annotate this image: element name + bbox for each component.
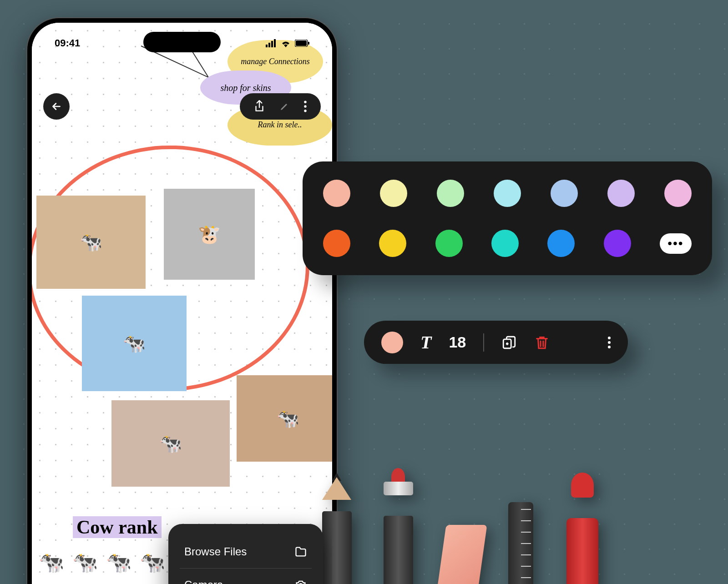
share-button[interactable] bbox=[253, 100, 265, 113]
more-vertical-icon bbox=[303, 101, 307, 112]
canvas-image-4[interactable]: 🐄 bbox=[237, 375, 332, 462]
doodle-icon: 🐄 bbox=[39, 550, 64, 574]
edit-button[interactable] bbox=[279, 101, 290, 112]
color-swatch[interactable] bbox=[607, 180, 635, 207]
more-options-button[interactable] bbox=[608, 337, 611, 348]
more-button[interactable] bbox=[303, 101, 307, 112]
camera-icon bbox=[294, 579, 307, 584]
signal-icon bbox=[266, 39, 277, 47]
delete-button[interactable] bbox=[534, 335, 550, 350]
share-icon bbox=[253, 100, 265, 113]
color-swatch[interactable] bbox=[604, 230, 631, 257]
menu-item-browse-files[interactable]: Browse Files bbox=[168, 535, 323, 568]
svg-point-9 bbox=[304, 110, 306, 112]
eraser-tool[interactable] bbox=[441, 493, 478, 584]
drawing-tools-tray bbox=[318, 493, 601, 584]
menu-item-label: Browse Files bbox=[184, 545, 247, 558]
menu-item-camera[interactable]: Camera bbox=[168, 569, 323, 584]
phone-frame: manage Connections shop for skins Rank i… bbox=[27, 18, 337, 584]
trash-icon bbox=[534, 335, 550, 350]
svg-rect-2 bbox=[271, 41, 273, 47]
svg-rect-5 bbox=[296, 40, 307, 46]
doodle-icon: 🐄 bbox=[72, 550, 98, 574]
color-swatch[interactable] bbox=[323, 230, 350, 257]
phone-notch bbox=[143, 32, 221, 52]
crayon-tool[interactable] bbox=[564, 493, 601, 584]
text-style-button[interactable]: T bbox=[420, 332, 431, 353]
color-swatch[interactable] bbox=[664, 180, 692, 207]
copy-plus-icon bbox=[501, 335, 517, 350]
svg-rect-6 bbox=[308, 42, 309, 45]
color-swatch[interactable] bbox=[491, 230, 519, 257]
color-picker-button[interactable] bbox=[381, 332, 403, 353]
color-swatch[interactable] bbox=[380, 180, 407, 207]
svg-point-8 bbox=[304, 105, 306, 107]
ruler-tool[interactable] bbox=[503, 493, 539, 584]
insert-file-menu: Browse Files Camera Photos bbox=[168, 524, 323, 584]
color-swatch[interactable] bbox=[437, 180, 464, 207]
canvas-top-toolbar bbox=[240, 93, 321, 120]
svg-rect-3 bbox=[274, 39, 276, 47]
canvas-image-5[interactable]: 🐄 bbox=[111, 400, 230, 487]
more-colors-button[interactable]: ••• bbox=[660, 233, 692, 254]
palette-row-2: ••• bbox=[323, 230, 692, 257]
color-swatch[interactable] bbox=[547, 230, 575, 257]
color-swatch[interactable] bbox=[435, 230, 463, 257]
duplicate-button[interactable] bbox=[501, 335, 517, 350]
canvas-image-2[interactable]: 🐮 bbox=[164, 189, 255, 280]
status-time: 09:41 bbox=[55, 37, 80, 49]
doodle-icon: 🐄 bbox=[140, 550, 165, 574]
marker-tool[interactable] bbox=[380, 493, 416, 584]
color-swatch[interactable] bbox=[551, 180, 578, 207]
battery-icon bbox=[295, 40, 309, 47]
color-swatch[interactable] bbox=[323, 180, 350, 207]
pencil-icon bbox=[279, 101, 290, 112]
canvas-image-3[interactable]: 🐄 bbox=[82, 296, 187, 391]
wifi-icon bbox=[280, 39, 291, 47]
font-size-button[interactable]: 18 bbox=[449, 333, 466, 351]
doodle-icon: 🐄 bbox=[106, 550, 131, 574]
back-button[interactable] bbox=[43, 93, 70, 120]
color-palette-panel: ••• bbox=[303, 161, 712, 275]
svg-point-7 bbox=[304, 101, 306, 103]
canvas-image-1[interactable]: 🐄 bbox=[36, 196, 146, 289]
menu-item-label: Camera bbox=[184, 579, 223, 584]
pencil-tool[interactable] bbox=[318, 493, 355, 584]
color-swatch[interactable] bbox=[494, 180, 521, 207]
palette-row-1 bbox=[323, 180, 692, 207]
toolbar-divider bbox=[483, 333, 484, 352]
folder-icon bbox=[294, 545, 307, 558]
svg-rect-0 bbox=[266, 45, 268, 47]
canvas-text-label[interactable]: Cow rank bbox=[73, 516, 162, 538]
text-format-toolbar: T 18 bbox=[364, 321, 628, 364]
color-swatch[interactable] bbox=[379, 230, 406, 257]
svg-rect-1 bbox=[268, 43, 270, 47]
phone-screen: manage Connections shop for skins Rank i… bbox=[32, 23, 332, 584]
arrow-left-icon bbox=[51, 101, 62, 112]
